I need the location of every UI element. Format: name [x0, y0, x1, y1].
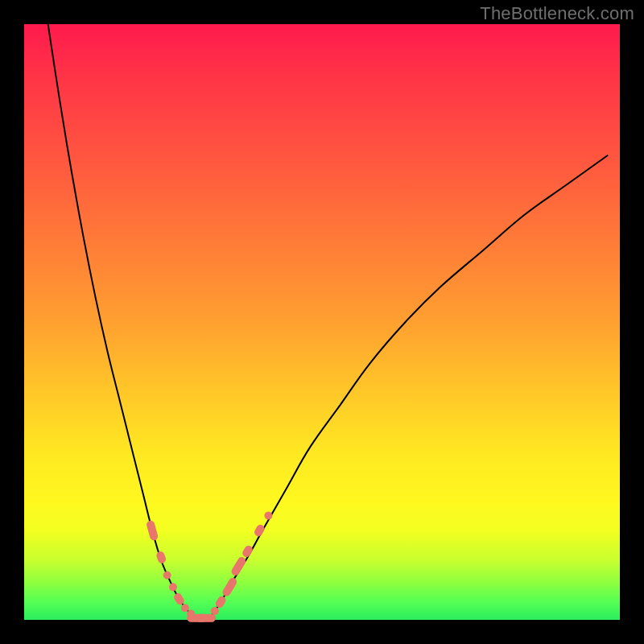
chart-svg — [24, 24, 620, 620]
plot-area — [24, 24, 620, 620]
data-marker — [147, 520, 159, 541]
data-marker — [221, 577, 237, 597]
data-marker — [215, 595, 227, 609]
data-marker — [168, 582, 178, 592]
curve-right-branch — [208, 155, 608, 620]
data-marker — [254, 524, 266, 538]
chart-frame: TheBottleneck.com — [0, 0, 644, 644]
data-marker — [173, 592, 185, 606]
data-marker — [163, 571, 172, 580]
data-marker — [263, 510, 273, 520]
data-marker — [156, 551, 167, 564]
data-marker — [230, 556, 246, 576]
curve-left-branch — [48, 24, 197, 620]
watermark-text: TheBottleneck.com — [480, 3, 634, 24]
marker-group — [147, 510, 274, 621]
data-marker — [242, 545, 254, 559]
curve-group — [48, 24, 609, 621]
data-marker — [196, 614, 216, 621]
